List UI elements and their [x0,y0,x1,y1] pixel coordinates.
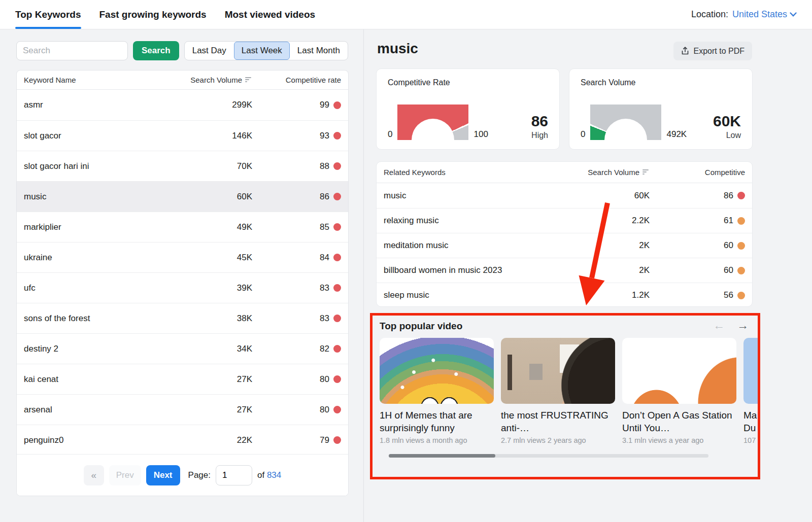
rate-cell: 56 [724,290,733,300]
rate-dot [333,132,341,140]
related-row[interactable]: relaxing music 2.2K 61 [377,208,752,233]
volume-cell: 34K [166,344,252,354]
volume-cell: 39K [166,283,252,293]
first-page-button[interactable]: « [84,465,104,485]
location-selector: Location: United States [691,0,797,29]
table-row[interactable]: ufc 39K 83 [17,272,348,303]
rate-dot [333,101,341,109]
keyword-analytics-app: Top Keywords Fast growing keywords Most … [0,0,812,522]
column-search-volume-label: Search Volume [190,76,242,84]
time-filter-last-month[interactable]: Last Month [290,42,348,60]
export-label: Export to PDF [694,47,745,56]
table-row[interactable]: asmr 299K 99 [17,90,348,120]
volume-cell: 22K [166,435,252,445]
rate-cell: 86 [320,192,329,202]
rate-dot [737,242,745,250]
table-row[interactable]: sons of the forest 38K 83 [17,303,348,333]
table-row[interactable]: slot gacor hari ini 70K 88 [17,151,348,181]
keyword-cell: penguinz0 [24,435,166,445]
column-search-volume[interactable]: Search Volume [166,76,252,84]
related-keywords-table: Related Keywords Search Volume Competiti… [376,161,753,307]
search-volume-level: Low [713,131,741,140]
related-row[interactable]: billboard women in music 2023 2K 60 [377,258,752,283]
pagination: « Prev Next Page: of 834 [17,454,348,496]
keyword-cell: destiny 2 [24,344,166,354]
rate-dot [333,162,341,170]
search-button[interactable]: Search [133,41,179,60]
rate-cell: 84 [320,253,329,263]
competitive-rate-value: 86 [531,114,548,129]
next-page-button[interactable]: Next [146,465,180,485]
table-row[interactable]: slot gacor 146K 93 [17,120,348,151]
rate-cell: 93 [320,131,329,141]
rate-cell: 79 [320,435,329,445]
table-row[interactable]: arsenal 27K 80 [17,394,348,425]
search-volume-card: Search Volume 0 492K 60K Low [569,68,753,150]
table-row[interactable]: destiny 2 34K 82 [17,333,348,364]
time-filter-last-week[interactable]: Last Week [234,42,290,60]
related-row[interactable]: music 60K 86 [377,183,752,208]
video-thumbnail-orange-abstract [622,338,736,404]
column-related-keywords: Related Keywords [384,168,563,177]
rate-cell: 99 [320,100,329,110]
rate-cell: 80 [320,405,329,415]
top-popular-video-title: Top popular video [380,321,462,332]
volume-cell: 299K [166,100,252,110]
carousel-next-icon[interactable]: → [737,319,749,332]
video-card[interactable]: Don’t Open A Gas Station Until You… 3.1 … [622,338,736,444]
table-row-selected[interactable]: music 60K 86 [17,181,348,212]
column-competitive: Competitive [650,168,745,177]
video-title: 1H of Memes that are surprisingly funny [380,409,494,434]
export-to-pdf-button[interactable]: Export to PDF [673,42,752,60]
tab-most-viewed-videos[interactable]: Most viewed videos [225,0,315,29]
rate-cell: 83 [320,283,329,293]
table-row[interactable]: ukraine 45K 84 [17,242,348,272]
volume-cell: 146K [166,131,252,141]
related-row[interactable]: sleep music 1.2K 56 [377,283,752,307]
competitive-rate-card: Competitive Rate 0 100 86 High [376,68,560,150]
table-row[interactable]: penguinz0 22K 79 [17,425,348,455]
page-number-input[interactable] [216,465,252,485]
column-search-volume[interactable]: Search Volume [563,168,650,177]
volume-cell: 1.2K [563,290,650,300]
carousel-scrollbar[interactable] [389,454,708,458]
video-title: Ma Du [743,409,760,434]
keyword-cell: arsenal [24,405,166,415]
video-meta: 107 [743,436,760,444]
prev-page-button[interactable]: Prev [109,465,141,485]
carousel-scrollbar-thumb[interactable] [389,454,495,458]
video-title-line: Du [743,422,760,434]
tab-fast-growing-keywords[interactable]: Fast growing keywords [99,0,207,29]
rate-dot [737,192,745,199]
related-table-header: Related Keywords Search Volume Competiti… [377,162,752,183]
tab-top-keywords[interactable]: Top Keywords [15,0,81,29]
keyword-cell: music [24,192,166,202]
location-dropdown[interactable]: United States [732,9,797,20]
search-volume-value: 60K [713,114,741,129]
rate-cell: 61 [724,216,733,226]
volume-cell: 60K [563,191,650,201]
rate-cell: 82 [320,344,329,354]
gauge-min-label: 0 [388,129,392,140]
related-row[interactable]: meditation music 2K 60 [377,233,752,258]
volume-cell: 2K [563,265,650,275]
table-row[interactable]: kai cenat 27K 80 [17,364,348,394]
search-volume-gauge [590,105,661,140]
rate-cell: 86 [724,191,733,201]
rate-dot [737,267,745,274]
time-filter-last-day[interactable]: Last Day [185,42,234,60]
rate-dot [333,375,341,383]
time-range-toggle: Last Day Last Week Last Month [184,41,348,60]
keyword-cell: billboard women in music 2023 [384,265,563,275]
search-input[interactable] [16,41,128,60]
table-row[interactable]: markiplier 49K 85 [17,212,348,242]
video-thumbnail-rainbow-cartoon [380,338,494,404]
video-card[interactable]: 1H of Memes that are surprisingly funny … [380,338,494,444]
total-pages-link[interactable]: 834 [267,470,281,480]
gauge-max-label: 492K [666,129,687,140]
video-title: Don’t Open A Gas Station Until You… [622,409,736,434]
rate-cell: 60 [724,240,733,251]
video-card-clipped[interactable]: Ma Du 107 [743,338,760,444]
video-card[interactable]: the most FRUSTRATING anti-… 2.7 mln view… [501,338,615,444]
carousel-prev-icon[interactable]: ← [713,319,725,332]
